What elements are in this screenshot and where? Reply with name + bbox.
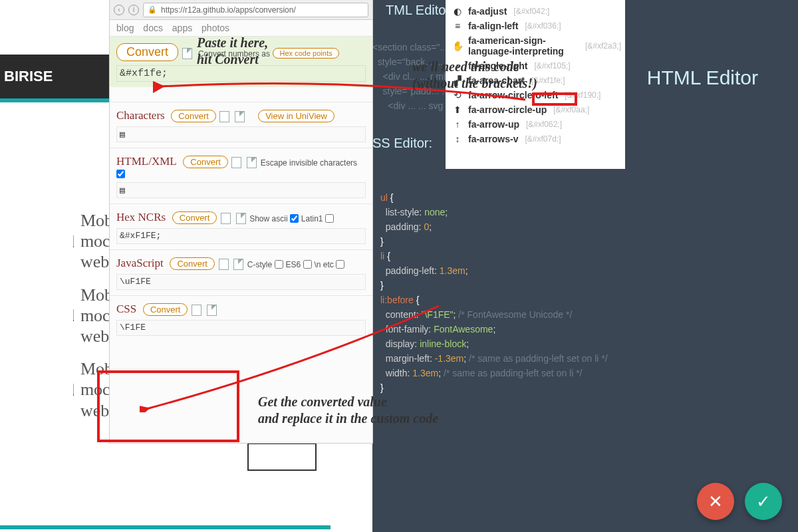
fa-name: fa-arrows-v <box>468 134 518 144</box>
fa-list-item[interactable]: ✋fa-american-sign-language-interpreting[… <box>452 33 621 59</box>
fa-code: [&#xf2a3;] <box>585 41 621 51</box>
htmlxml-output[interactable]: ▤ <box>116 182 366 198</box>
hexncr-output[interactable]: &#xF1FE; <box>116 228 366 244</box>
css-editor-label: SS Editor: <box>372 136 432 151</box>
htmlxml-title: HTML/XML <box>116 155 177 168</box>
fa-name: fa-american-sign-language-interpreting <box>468 35 579 57</box>
fa-name: fa-align-left <box>468 21 518 31</box>
netc-label: \n etc <box>314 260 333 269</box>
fa-glyph-icon: ↑ <box>452 119 463 130</box>
es6-label: ES6 <box>285 260 301 269</box>
fa-list-item[interactable]: ↑fa-arrow-up[&#xf062;] <box>452 117 621 132</box>
fa-list-item[interactable]: ◐fa-adjust[&#xf042;] <box>452 4 621 19</box>
fa-name: fa-adjust <box>468 6 507 17</box>
characters-section: Characters Convert View in UniView ▤ <box>110 102 372 148</box>
page-icon[interactable] <box>247 157 257 168</box>
address-bar: ‹ i 🔒 https://r12a.github.io/apps/conver… <box>110 0 372 20</box>
fa-glyph-icon: ⬆ <box>452 104 463 115</box>
css-title: CSS <box>116 303 136 316</box>
bg-brand: BIRISE <box>0 55 110 98</box>
netc-checkbox[interactable] <box>336 260 344 269</box>
escape-invisible-checkbox[interactable] <box>116 170 125 178</box>
annotation-paste: Paste it here, hit Convert <box>197 35 268 68</box>
css-editor-code[interactable]: ul { list-style: none; padding: 0; } li … <box>380 176 608 395</box>
copy-icon[interactable] <box>219 111 229 122</box>
fa-glyph-icon: ≡ <box>452 21 463 31</box>
page-icon[interactable] <box>235 111 245 122</box>
convert-button[interactable]: Convert <box>116 43 178 61</box>
cstyle-checkbox[interactable] <box>275 260 283 269</box>
view-in-uniview-button[interactable]: View in UniView <box>258 110 334 122</box>
nav-blog[interactable]: blog <box>116 23 134 33</box>
fa-name: fa-arrow-circle-up <box>468 104 547 115</box>
accept-button[interactable]: ✓ <box>745 483 782 520</box>
es6-checkbox[interactable] <box>303 260 312 269</box>
css-convert-button[interactable]: Convert <box>143 303 188 316</box>
site-nav: blog docs apps photos <box>110 20 372 36</box>
characters-convert-button[interactable]: Convert <box>171 110 216 122</box>
page-icon[interactable] <box>236 213 246 224</box>
copy-icon[interactable] <box>219 259 229 270</box>
fa-glyph-icon: ✋ <box>452 41 463 51</box>
fa-code: [&#xf07d;] <box>525 134 561 144</box>
latin1-checkbox[interactable] <box>325 214 334 223</box>
hexncr-convert-button[interactable]: Convert <box>172 211 217 224</box>
nav-photos[interactable]: photos <box>201 23 229 33</box>
fa-code: [&#xf0aa;] <box>553 105 589 114</box>
fa-code: [&#xf062;] <box>526 120 562 129</box>
css-section: CSS Convert \F1FE <box>110 295 372 341</box>
htmlxml-convert-button[interactable]: Convert <box>183 156 228 168</box>
html-editor-label: TML Editor: <box>386 3 454 18</box>
characters-output[interactable]: ▤ <box>116 126 366 142</box>
latin1-label: Latin1 <box>301 214 323 223</box>
back-icon[interactable]: ‹ <box>114 5 124 15</box>
javascript-output[interactable]: \uF1FE <box>116 274 366 290</box>
url-text: https://r12a.github.io/apps/conversion/ <box>161 5 296 15</box>
nav-apps[interactable]: apps <box>172 23 192 33</box>
fa-glyph-icon: ↕ <box>452 134 463 144</box>
info-icon[interactable]: i <box>128 5 139 15</box>
fa-name: fa-arrow-up <box>468 119 519 130</box>
copy-icon[interactable] <box>192 305 201 316</box>
bg-magnifier-box <box>247 443 317 471</box>
page-icon[interactable] <box>233 259 243 270</box>
nav-docs[interactable]: docs <box>143 23 163 33</box>
javascript-section: JavaScript Convert C-style ES6 \n etc \u… <box>110 249 372 295</box>
annotation-box-code <box>532 92 577 106</box>
css-output[interactable]: \F1FE <box>116 320 366 336</box>
fa-code: [&#xf036;] <box>525 21 561 31</box>
annotation-get: Get the converted value and replace it i… <box>258 394 438 427</box>
htmlxml-section: HTML/XML Convert Escape invisible charac… <box>110 148 372 203</box>
page-icon[interactable] <box>207 305 217 316</box>
lock-icon: 🔒 <box>148 5 157 14</box>
fa-list-item[interactable]: ≡fa-align-left[&#xf036;] <box>452 19 621 33</box>
annotation-need: we'll need this code (without the bracke… <box>412 59 537 92</box>
copy-icon[interactable] <box>231 157 241 168</box>
copy-icon[interactable] <box>182 48 192 59</box>
characters-title: Characters <box>116 109 165 122</box>
hexncr-title: Hex NCRs <box>116 211 166 224</box>
escape-invisible-label: Escape invisible characters <box>261 158 357 168</box>
html-editor-title: HTML Editor <box>647 66 758 89</box>
cancel-button[interactable]: ✕ <box>697 483 734 520</box>
fa-code: [&#xf105;] <box>534 61 570 70</box>
fa-glyph-icon: ◐ <box>452 6 463 17</box>
cstyle-label: C-style <box>247 260 272 269</box>
hexncr-section: Hex NCRs Convert Show ascii Latin1 &#xF1… <box>110 203 372 249</box>
url-input[interactable]: 🔒 https://r12a.github.io/apps/conversion… <box>143 3 368 17</box>
hex-code-points-button[interactable]: Hex code points <box>273 48 340 59</box>
fa-code: [&#xf042;] <box>513 7 549 16</box>
javascript-title: JavaScript <box>116 257 164 270</box>
show-ascii-label: Show ascii <box>249 214 287 223</box>
annotation-box-css <box>97 370 239 442</box>
bg-stripe <box>0 525 331 529</box>
show-ascii-checkbox[interactable] <box>290 214 299 223</box>
copy-icon[interactable] <box>221 213 231 224</box>
javascript-convert-button[interactable]: Convert <box>170 257 215 270</box>
fa-list-item[interactable]: ↕fa-arrows-v[&#xf07d;] <box>452 132 621 146</box>
